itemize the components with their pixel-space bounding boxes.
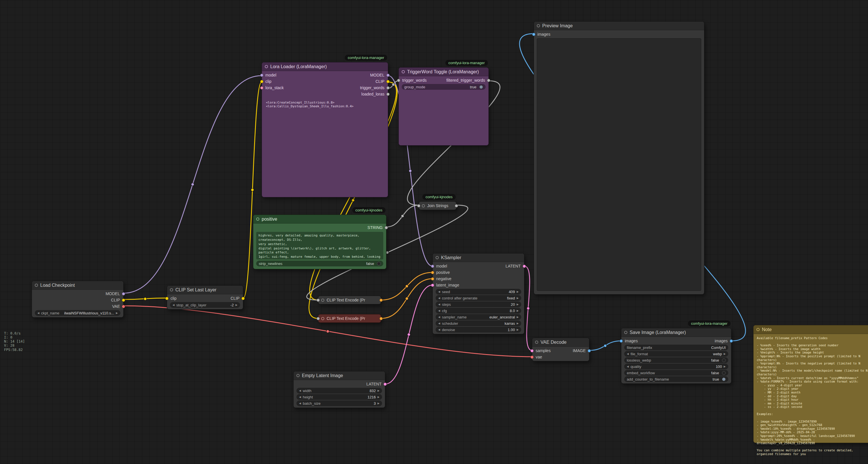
next-option-icon[interactable]: ▶ (517, 322, 519, 325)
collapse-icon[interactable] (297, 374, 300, 377)
node-ksampler[interactable]: KSampler model LATENT positive negative … (432, 253, 524, 334)
widget-strip-newlines[interactable]: strip_newlines false (256, 261, 383, 266)
collapse-icon[interactable] (402, 70, 405, 74)
increment-icon[interactable]: ▶ (377, 396, 379, 399)
increment-icon[interactable]: ▶ (377, 389, 379, 392)
widget-sampler-name[interactable]: ◀ sampler_name euler_ancestral ▶ (436, 314, 521, 320)
widget-scheduler[interactable]: ◀ scheduler karras ▶ (436, 320, 521, 326)
input-port[interactable] (316, 298, 320, 302)
input-port-clip[interactable] (165, 297, 168, 300)
input-port-model[interactable] (431, 265, 434, 268)
node-title-bar[interactable]: Join Strings (419, 202, 456, 210)
increment-icon[interactable]: ▶ (517, 290, 519, 293)
output-port-conditioning[interactable] (379, 298, 383, 302)
node-clip-set-last-layer[interactable]: CLIP Set Last Layer clip CLIP ◀ stop_at_… (167, 285, 243, 310)
toggle-off-icon[interactable] (377, 262, 381, 265)
output-port-clip[interactable] (386, 80, 390, 83)
prev-option-icon[interactable]: ◀ (438, 316, 440, 318)
decrement-icon[interactable]: ◀ (173, 303, 175, 307)
input-port-trigger-words[interactable] (397, 79, 400, 82)
prev-option-icon[interactable]: ◀ (438, 322, 440, 325)
node-preview-image[interactable]: Preview Image images (534, 21, 704, 295)
widget-batch-size[interactable]: ◀ batch_size 3 ▶ (297, 400, 382, 406)
node-title-bar[interactable]: CLIP Text Encode (Pr (318, 314, 381, 322)
increment-icon[interactable]: ▶ (517, 309, 519, 312)
node-title-bar[interactable]: KSampler (433, 254, 524, 262)
prev-option-icon[interactable]: ◀ (627, 352, 629, 355)
note-text[interactable]: Available filename_prefix Pattern Codes … (757, 336, 868, 456)
output-port-joined-string[interactable] (455, 204, 458, 207)
collapse-icon[interactable] (170, 288, 173, 291)
node-save-image[interactable]: comfyui-lora-manager Save Image (LoraMan… (621, 328, 732, 384)
collapse-icon[interactable] (256, 218, 259, 221)
widget-steps[interactable]: ◀ steps 20 ▶ (436, 301, 521, 307)
increment-icon[interactable]: ▶ (724, 365, 726, 368)
increment-icon[interactable]: ▶ (517, 328, 519, 331)
node-title-bar[interactable]: CLIP Text Encode (Pr (318, 296, 381, 304)
increment-icon[interactable]: ▶ (236, 303, 238, 307)
node-title-bar[interactable]: CLIP Set Last Layer (167, 286, 243, 294)
increment-icon[interactable]: ▶ (517, 303, 519, 306)
widget-lossless-webp[interactable]: lossless_webp false (624, 357, 728, 363)
toggle-off-icon[interactable] (722, 358, 726, 362)
decrement-icon[interactable]: ◀ (299, 402, 301, 405)
next-option-icon[interactable]: ▶ (116, 312, 118, 314)
input-port-vae[interactable] (530, 355, 534, 359)
input-port[interactable] (316, 317, 320, 320)
node-lora-loader[interactable]: comfyui-lora-manager Lora Loader (LoraMa… (261, 62, 388, 197)
decrement-icon[interactable]: ◀ (627, 365, 629, 368)
collapse-icon[interactable] (537, 24, 540, 27)
collapse-icon[interactable] (756, 328, 760, 331)
collapse-icon[interactable] (624, 331, 627, 334)
collapse-icon[interactable] (321, 298, 324, 302)
toggle-off-icon[interactable] (722, 371, 726, 375)
node-vae-decode[interactable]: VAE Decode samples IMAGE vae (532, 338, 589, 361)
widget-denoise[interactable]: ◀ denoise 1.00 ▶ (436, 327, 521, 332)
node-triggerword-toggle[interactable]: comfyui-lora-manager TriggerWord Toggle … (399, 67, 489, 146)
toggle-on-icon[interactable] (722, 377, 726, 381)
widget-control-after-generate[interactable]: ◀ control after generate fixed ▶ (436, 295, 521, 301)
node-empty-latent-image[interactable]: Empty Latent Image LATENT ◀ width 832 ▶ … (293, 371, 385, 408)
output-port-clip[interactable] (242, 297, 245, 300)
output-port-string[interactable] (385, 226, 388, 229)
output-port-trigger-words[interactable] (386, 86, 390, 89)
decrement-icon[interactable]: ◀ (299, 396, 301, 399)
prev-option-icon[interactable]: ◀ (37, 312, 39, 314)
widget-filename-prefix[interactable]: filename_prefix ComfyUI (624, 345, 728, 350)
collapse-icon[interactable] (422, 204, 425, 207)
input-port-samples[interactable] (530, 349, 534, 352)
output-port-filtered-trigger-words[interactable] (487, 79, 490, 82)
collapse-icon[interactable] (321, 317, 324, 320)
node-clip-text-encode-positive[interactable]: CLIP Text Encode (Pr (318, 296, 381, 304)
widget-ckpt-name[interactable]: ◀ ckpt_name ilwaiNSFWIllustrious_v110.s.… (35, 310, 121, 316)
prev-option-icon[interactable]: ◀ (438, 297, 440, 299)
collapse-icon[interactable] (35, 284, 38, 287)
widget-group-mode[interactable]: group_mode true (402, 84, 486, 90)
widget-quality[interactable]: ◀ quality 100 ▶ (624, 364, 728, 369)
decrement-icon[interactable]: ◀ (299, 389, 301, 392)
input-port-images[interactable] (532, 33, 535, 36)
node-positive-prompt[interactable]: comfyui-kjnodes positive STRING highres,… (253, 214, 386, 269)
output-port-conditioning[interactable] (379, 317, 383, 320)
node-note[interactable]: Note Available filename_prefix Pattern C… (753, 325, 868, 443)
output-port-vae[interactable] (122, 305, 125, 308)
input-port-images[interactable] (620, 340, 623, 343)
output-port-images[interactable] (730, 340, 733, 343)
collapse-icon[interactable] (535, 341, 538, 344)
node-title-bar[interactable]: Empty Latent Image (293, 371, 385, 380)
widget-cfg[interactable]: ◀ cfg 8.0 ▶ (436, 308, 521, 314)
toggle-on-icon[interactable] (479, 85, 483, 89)
decrement-icon[interactable]: ◀ (438, 328, 440, 331)
input-port-positive[interactable] (431, 271, 434, 274)
increment-icon[interactable]: ▶ (377, 402, 379, 405)
node-title-bar[interactable]: Preview Image (534, 22, 704, 30)
input-port-strings[interactable] (417, 204, 420, 207)
node-title-bar[interactable]: Load Checkpoint (32, 281, 123, 290)
output-port-clip[interactable] (122, 298, 125, 302)
decrement-icon[interactable]: ◀ (438, 303, 440, 306)
node-load-checkpoint[interactable]: Load Checkpoint MODEL CLIP VAE ◀ ckpt_na… (32, 281, 124, 318)
node-join-strings[interactable]: comfyui-kjnodes Join Strings (418, 201, 457, 210)
output-port-image[interactable] (588, 349, 591, 352)
widget-width[interactable]: ◀ width 832 ▶ (297, 388, 382, 394)
next-option-icon[interactable]: ▶ (517, 316, 519, 318)
